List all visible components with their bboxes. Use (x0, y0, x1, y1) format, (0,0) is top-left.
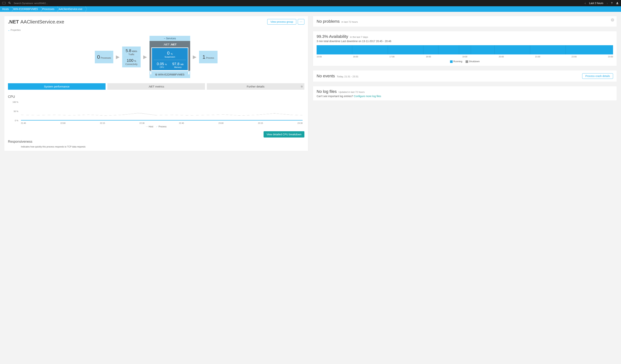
responsiveness-title: Responsiveness (8, 140, 304, 144)
logs-card: No log files Updated in last 72 hours Ca… (313, 86, 617, 101)
legend-running: Running (453, 60, 462, 63)
logs-sub: Updated in last 72 hours (339, 91, 365, 94)
outgoing-count: 1 (203, 54, 206, 60)
topbar: Search Dynatrace: wmz95462... ‹ Last 2 h… (0, 0, 621, 6)
xtick: 23:30 (297, 122, 303, 124)
crumb-hosts[interactable]: Hosts (1, 6, 12, 12)
xtick: 22:30 (139, 122, 144, 124)
xtick: 21:45 (21, 122, 26, 124)
cpu-label: CPU (154, 66, 170, 68)
metrics-tabs: System performance .NET metrics Further … (8, 83, 304, 90)
problems-sub: in last 72 hours (342, 20, 358, 23)
availability-title: 99.3% Availability (317, 34, 348, 39)
process-metrics-tile[interactable]: .NET .NET 0 % Suspension 0.05 % CPU (150, 41, 190, 71)
crumb-processes[interactable]: Processes (41, 6, 57, 12)
legend-shutdown: Shutdown (469, 60, 480, 63)
external-link-icon: ⧉ (155, 73, 157, 76)
memory-value: 97.8 (172, 62, 179, 66)
xtick: 22:45 (179, 122, 184, 124)
arrow-right-icon: ▶ (116, 54, 120, 60)
incoming-processes-tile[interactable]: 0 Processes (95, 51, 113, 63)
tab-system-performance[interactable]: System performance (8, 83, 105, 90)
xtick: 17:00 (389, 56, 395, 58)
search-input[interactable]: Search Dynatrace: wmz95462... (14, 2, 48, 5)
xtick: 20:00 (499, 56, 504, 58)
process-card: .NET AAClientService.exe View process gr… (4, 16, 308, 151)
cpu-breakdown-button[interactable]: View detailed CPU breakdown (264, 131, 304, 138)
connectivity-value: 100 (127, 58, 134, 63)
host-tile[interactable]: ⧉ WIN-E2DR8BFVME5 (150, 71, 190, 78)
crumb-process[interactable]: AAClientService.exe (57, 6, 85, 12)
connectivity-unit: % (134, 60, 136, 63)
suspension-value: 0 (167, 51, 170, 56)
help-icon[interactable]: ? (611, 2, 613, 5)
tech-badge: .NET (8, 19, 19, 25)
tab-further-details[interactable]: Further details ⧉ (207, 83, 304, 90)
view-process-group-button[interactable]: View process group (267, 19, 296, 25)
xtick: 22:00 (571, 56, 577, 58)
xtick: 22:00 (60, 122, 66, 124)
properties-toggle[interactable]: ⌄ Properties (8, 29, 304, 32)
events-sub: Today, 21:31 - 23:31 (337, 75, 359, 78)
timeframe-prev-icon[interactable]: ‹ (585, 1, 586, 5)
outgoing-process-tile[interactable]: 1 Process (199, 51, 218, 63)
traffic-connectivity-tile[interactable]: 5.8 kbit/s Traffic 100 % Connectivity (122, 47, 141, 67)
properties-label: Properties (11, 29, 21, 32)
external-link-icon: ⧉ (301, 85, 303, 88)
suspension-label: Suspension (154, 56, 186, 58)
xtick: 23:00 (608, 56, 613, 58)
logs-question: Can't see important log entries? (317, 95, 354, 98)
xtick: 23:00 (218, 122, 224, 124)
availability-legend: Running Shutdown (317, 60, 613, 63)
cpu-chart-legend: ⋯ Host ⟋ Process (8, 125, 304, 128)
tab-further-details-label: Further details (247, 85, 264, 88)
traffic-value: 5.8 (126, 48, 131, 53)
more-actions-button[interactable]: ⋯ (298, 19, 304, 25)
page-title: AAClientService.exe (20, 19, 64, 25)
timeframe-selector[interactable]: Last 2 hours (589, 2, 603, 5)
configure-log-files-link[interactable]: Configure more log files (354, 95, 381, 98)
info-icon[interactable]: i (611, 18, 614, 22)
process-crash-details-button[interactable]: Process crash details (582, 73, 613, 79)
tab-net-metrics[interactable]: .NET metrics (107, 83, 205, 90)
problems-card: i No problems in last 72 hours (313, 16, 617, 27)
cpu-chart[interactable]: 100 % 50 % 0 % 21:45 22:00 22:15 22:30 2… (8, 102, 304, 124)
incoming-count: 0 (97, 54, 100, 60)
availability-detail: 3 min total downtime Last downtime on 13… (317, 40, 613, 43)
keyboard-icon[interactable] (2, 2, 5, 4)
crumb-host[interactable]: WIN-E2DR8BFVME5 (12, 6, 41, 12)
search-icon[interactable] (8, 1, 11, 5)
host-name: WIN-E2DR8BFVME5 (158, 73, 184, 76)
availability-sub: in the last 7 days (350, 36, 368, 38)
xtick: 22:15 (100, 122, 105, 124)
availability-card: 99.3% Availability in the last 7 days 3 … (313, 31, 617, 66)
events-card: No events Today, 21:31 - 23:31 Process c… (313, 70, 617, 82)
xtick: 15:00 (317, 56, 322, 58)
cpu-section-title: CPU (8, 95, 304, 99)
xtick: 18:00 (426, 56, 431, 58)
cpu-value: 0.05 (157, 62, 164, 66)
topology-diagram: 0 Processes ▶ 5.8 kbit/s Traffic 100 % C… (8, 36, 304, 78)
events-title: No events (317, 74, 335, 78)
ytick: 100 % (13, 101, 18, 103)
xtick: 16:00 (353, 56, 358, 58)
net-header-bold: .NET (170, 43, 176, 46)
availability-chart[interactable] (317, 45, 613, 54)
timeframe-next-icon[interactable]: › (607, 1, 608, 5)
services-tab[interactable]: − Services (150, 36, 190, 41)
logs-title: No log files (317, 89, 337, 94)
breadcrumb: Hosts WIN-E2DR8BFVME5 Processes AAClient… (0, 6, 621, 12)
ytick: 0 % (15, 119, 18, 122)
outgoing-label: Process (206, 57, 214, 59)
xtick: 23:15 (258, 122, 263, 124)
xtick: 19:00 (462, 56, 467, 58)
arrow-right-icon: ▶ (193, 54, 196, 60)
net-header-prefix: .NET (163, 43, 170, 46)
memory-unit: MB (181, 63, 184, 65)
responsiveness-subtitle: Indicates how quickly this process respo… (21, 145, 304, 148)
user-icon[interactable] (616, 2, 619, 5)
problems-title: No problems (317, 19, 340, 24)
ytick: 50 % (14, 110, 18, 112)
traffic-label: Traffic (124, 53, 138, 56)
xtick: 21:00 (535, 56, 540, 58)
